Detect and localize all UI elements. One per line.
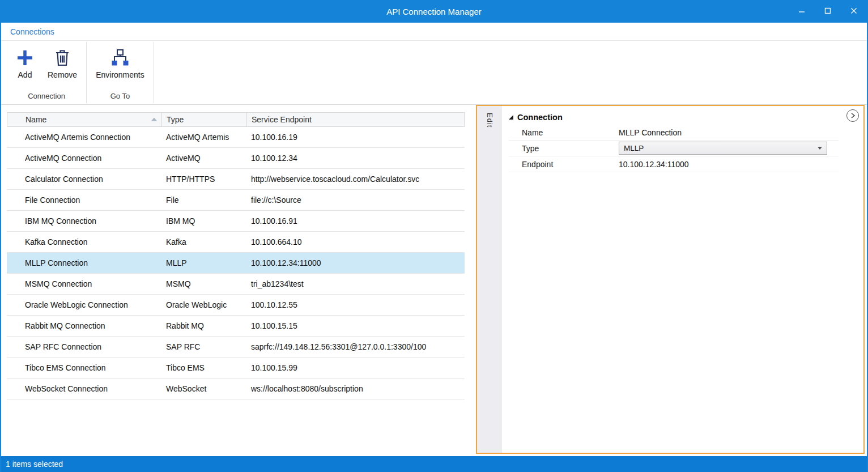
row-name-cell: ActiveMQ Artemis Connection [7,133,161,142]
row-type-cell: SAP RFC [161,342,246,351]
add-icon [16,46,34,69]
row-endpoint-cell: saprfc://149.148.12.56:3301@127.0.0.1:33… [246,342,465,351]
column-header-type[interactable]: Type [162,113,247,126]
column-header-name-label: Name [25,115,46,124]
row-endpoint-cell: 10.100.16.91 [246,216,465,226]
row-type-cell: ActiveMQ [161,154,246,163]
row-type-cell: Tibco EMS [161,363,246,372]
row-type-cell: IBM MQ [161,216,246,226]
edit-tab-strip: Edit [477,106,502,453]
table-row[interactable]: SAP RFC Connection SAP RFC saprfc://149.… [7,337,465,358]
status-bar: 1 items selected [1,456,867,472]
type-field-label: Type [509,144,615,153]
chevron-down-icon [818,147,822,150]
column-header-service-endpoint[interactable]: Service Endpoint [247,113,464,126]
close-icon [850,7,857,16]
row-endpoint-cell: http://webservice.toscacloud.com/Calcula… [246,175,465,184]
row-type-cell: File [161,195,246,205]
add-button-label: Add [18,70,32,79]
table-header: Name Type Service Endpoint [7,112,465,127]
minimize-button[interactable] [789,0,815,23]
add-button[interactable]: Add [9,42,41,79]
name-field-value[interactable]: MLLP Connection [615,128,839,137]
close-button[interactable] [841,0,867,23]
row-endpoint-cell: 10.100.15.99 [246,363,465,372]
maximize-icon [824,7,831,16]
row-endpoint-cell: tri_ab1234\test [246,279,465,288]
row-name-cell: File Connection [7,195,161,205]
row-name-cell: Rabbit MQ Connection [7,321,161,330]
row-type-cell: WebSocket [161,384,246,393]
ribbon-group-goto-label: Go To [107,91,133,104]
row-endpoint-cell: 10.100.12.34 [246,154,465,163]
trash-icon [55,46,70,69]
collapse-panel-button[interactable] [846,109,859,122]
tab-connections[interactable]: Connections [10,27,54,36]
row-name-cell: MLLP Connection [7,258,161,267]
ribbon-group-connection: Add Remove Connection [7,41,86,104]
row-type-cell: ActiveMQ Artemis [161,133,246,142]
window-title: API Connection Manager [1,7,867,16]
table-row[interactable]: ActiveMQ Artemis Connection ActiveMQ Art… [7,127,465,148]
table-row[interactable]: Calculator Connection HTTP/HTTPS http://… [7,169,465,190]
titlebar: API Connection Manager [1,0,867,23]
expander-icon[interactable] [509,115,513,120]
table-row[interactable]: Rabbit MQ Connection Rabbit MQ 10.100.15… [7,316,465,337]
connections-table-body: ActiveMQ Artemis Connection ActiveMQ Art… [7,127,465,399]
row-name-cell: SAP RFC Connection [7,342,161,351]
section-title: Connection [517,113,563,122]
endpoint-field-label: Endpoint [509,160,615,169]
row-type-cell: Kafka [161,237,246,246]
row-type-cell: Oracle WebLogic [161,300,246,309]
remove-button[interactable]: Remove [41,42,84,79]
row-endpoint-cell: file://c:\Source [246,195,465,205]
connection-section-header: Connection [509,110,839,124]
endpoint-field-value[interactable]: 10.100.12.34:11000 [615,160,839,169]
row-endpoint-cell: 10.100.12.34:11000 [246,258,465,267]
edit-tab[interactable]: Edit [486,113,494,453]
column-header-name[interactable]: Name [7,113,162,126]
environments-icon [110,46,130,69]
table-row[interactable]: Kafka Connection Kafka 10.100.664.10 [7,232,465,253]
field-row-endpoint: Endpoint 10.100.12.34:11000 [509,156,839,172]
row-name-cell: Kafka Connection [7,237,161,246]
row-type-cell: HTTP/HTTPS [161,175,246,184]
maximize-button[interactable] [815,0,841,23]
ribbon-group-connection-label: Connection [24,91,69,104]
row-name-cell: Calculator Connection [7,175,161,184]
ribbon-tab-strip: Connections [1,23,867,41]
table-row[interactable]: MLLP Connection MLLP 10.100.12.34:11000 [7,253,465,274]
table-row[interactable]: File Connection File file://c:\Source [7,190,465,211]
type-select[interactable]: MLLP [619,142,827,155]
field-row-type: Type MLLP [509,141,839,156]
ribbon-group-goto: Environments Go To [87,41,154,104]
sort-ascending-icon [151,118,157,121]
name-field-label: Name [509,128,615,137]
environments-button[interactable]: Environments [89,42,151,79]
connection-fields: Name MLLP Connection Type MLLP [509,125,839,172]
api-connection-manager-window: API Connection Manager Connections [0,0,868,472]
minimize-icon [798,7,805,16]
row-name-cell: ActiveMQ Connection [7,154,161,163]
chevron-right-icon [850,112,856,120]
row-endpoint-cell: 10.100.16.19 [246,133,465,142]
row-endpoint-cell: ws://localhost:8080/subscription [246,384,465,393]
table-row[interactable]: ActiveMQ Connection ActiveMQ 10.100.12.3… [7,148,465,169]
row-name-cell: IBM MQ Connection [7,216,161,226]
table-row[interactable]: MSMQ Connection MSMQ tri_ab1234\test [7,274,465,295]
ribbon: Add Remove Connection [1,41,867,105]
table-row[interactable]: Tibco EMS Connection Tibco EMS 10.100.15… [7,358,465,379]
connections-table: Name Type Service Endpoint ActiveMQ Arte… [7,112,465,399]
environments-button-label: Environments [96,70,144,79]
table-row[interactable]: IBM MQ Connection IBM MQ 10.100.16.91 [7,211,465,232]
row-name-cell: Oracle WebLogic Connection [7,300,161,309]
edit-panel-content: Connection Name MLLP Connection Type MLL… [502,106,863,453]
row-name-cell: MSMQ Connection [7,279,161,288]
field-row-name: Name MLLP Connection [509,125,839,141]
row-type-cell: Rabbit MQ [161,321,246,330]
table-row[interactable]: Oracle WebLogic Connection Oracle WebLog… [7,295,465,316]
row-endpoint-cell: 100.10.12.55 [246,300,465,309]
row-type-cell: MSMQ [161,279,246,288]
window-controls [789,0,867,23]
table-row[interactable]: WebSocket Connection WebSocket ws://loca… [7,379,465,399]
